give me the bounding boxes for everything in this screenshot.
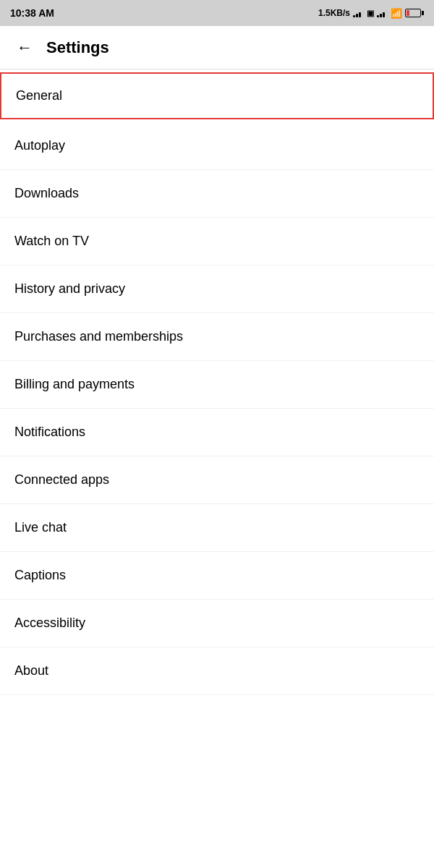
settings-item-purchases-and-memberships[interactable]: Purchases and memberships xyxy=(0,313,434,361)
network-speed: 1.5KB/s xyxy=(318,8,350,18)
settings-item-general[interactable]: General xyxy=(0,72,434,119)
settings-item-watch-on-tv[interactable]: Watch on TV xyxy=(0,218,434,265)
settings-item-notifications[interactable]: Notifications xyxy=(0,409,434,456)
status-time: 10:38 AM xyxy=(10,7,54,19)
status-right: 1.5KB/s ▣ 📶 xyxy=(318,8,424,19)
settings-item-accessibility[interactable]: Accessibility xyxy=(0,600,434,647)
settings-item-connected-apps[interactable]: Connected apps xyxy=(0,456,434,504)
status-bar: 10:38 AM 1.5KB/s ▣ 📶 xyxy=(0,0,434,26)
signal-bars-1 xyxy=(353,9,364,17)
toolbar: ← Settings xyxy=(0,26,434,69)
wifi-icon: 📶 xyxy=(391,8,402,19)
settings-item-about[interactable]: About xyxy=(0,647,434,695)
settings-item-billing-and-payments[interactable]: Billing and payments xyxy=(0,361,434,409)
back-button[interactable]: ← xyxy=(12,35,38,61)
settings-item-autoplay[interactable]: Autoplay xyxy=(0,122,434,170)
settings-item-live-chat[interactable]: Live chat xyxy=(0,504,434,552)
signal-bars-2 xyxy=(377,9,388,17)
sim-icon: ▣ xyxy=(367,9,374,18)
back-arrow-icon: ← xyxy=(17,38,33,57)
settings-item-history-and-privacy[interactable]: History and privacy xyxy=(0,265,434,313)
settings-item-downloads[interactable]: Downloads xyxy=(0,170,434,218)
battery-icon xyxy=(405,9,424,17)
page-title: Settings xyxy=(46,38,109,57)
settings-list: GeneralAutoplayDownloadsWatch on TVHisto… xyxy=(0,72,434,695)
settings-item-captions[interactable]: Captions xyxy=(0,552,434,600)
